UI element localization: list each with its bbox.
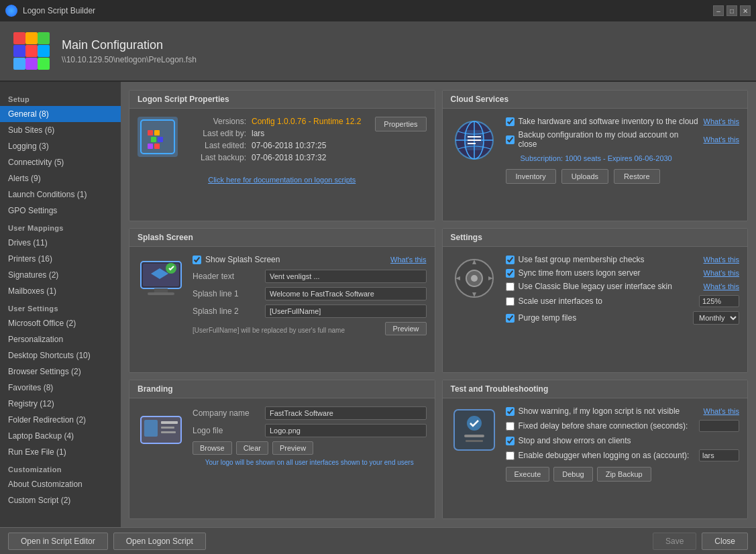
sidebar-item-favorites[interactable]: Favorites (8) [0,380,121,396]
cloud-inventory-whatsthis[interactable]: What's this [704,117,739,125]
show-warning-label: Show warning, if my logon script is not … [519,406,700,416]
app-header: Main Configuration \\10.10.129.50\netlog… [0,21,756,82]
lastedited-value: 07-06-2018 10:37:25 [252,141,326,150]
sidebar-item-gposettings[interactable]: GPO Settings [0,203,121,219]
sync-time-whatsthis[interactable]: What's this [704,269,739,277]
splash-preview-button[interactable]: Preview [385,322,426,335]
show-warning-checkbox[interactable] [506,407,515,416]
svg-rect-24 [161,427,174,429]
svg-rect-29 [466,440,483,442]
execute-button[interactable]: Execute [506,467,550,482]
cloud-backup-whatsthis[interactable]: What's this [704,135,739,144]
show-warning-whatsthis[interactable]: What's this [704,407,739,415]
doc-link[interactable]: Click here for documentation on logon sc… [129,173,435,186]
sidebar-item-subsites[interactable]: Sub Sites (6) [0,122,121,138]
sidebar-item-connectivity[interactable]: Connectivity (5) [0,154,121,170]
sidebar-item-laptopbackup[interactable]: Laptop Backup (4) [0,428,121,444]
classic-blue-whatsthis[interactable]: What's this [704,282,739,290]
open-logon-script-button[interactable]: Open Logon Script [113,533,206,550]
restore-button[interactable]: Restore [614,169,660,184]
sidebar-item-alerts[interactable]: Alerts (9) [0,170,121,186]
uploads-button[interactable]: Uploads [561,169,608,184]
sidebar-item-general[interactable]: General (8) [0,106,121,122]
logo-file-input[interactable] [265,424,427,437]
save-button[interactable]: Save [653,533,696,550]
properties-button[interactable]: Properties [375,117,426,131]
sync-time-checkbox[interactable] [506,269,515,278]
customization-section: Customization [0,460,121,476]
scale-checkbox[interactable] [506,297,515,306]
sidebar-item-printers[interactable]: Printers (16) [0,251,121,267]
branding-preview-button[interactable]: Preview [272,441,313,455]
cloud-services-icon [451,117,498,164]
fixed-delay-label: Fixed delay before share connection (sec… [519,421,696,431]
lastbackup-value: 07-06-2018 10:37:32 [252,153,326,162]
sidebar-item-aboutcustom[interactable]: About Customization [0,476,121,492]
footer: Open in Script Editor Open Logon Script … [0,527,756,554]
versions-value[interactable]: Config 1.0.0.76 - Runtime 12.2 [252,117,361,126]
sidebar-item-drives[interactable]: Drives (11) [0,235,121,251]
header-path: \\10.10.129.50\netlogon\PreLogon.fsh [62,55,745,64]
sidebar-item-registry[interactable]: Registry (12) [0,396,121,412]
close-footer-button[interactable]: Close [702,533,748,550]
sidebar-item-runexefile[interactable]: Run Exe File (1) [0,444,121,460]
header-text-label: Header text [193,272,260,281]
sidebar-item-logging[interactable]: Logging (3) [0,138,121,154]
cloud-inventory-checkbox[interactable] [506,117,515,126]
company-name-input[interactable] [265,406,427,420]
maximize-button[interactable]: □ [726,5,737,16]
splash-screen-icon [138,255,184,302]
svg-rect-5 [158,137,163,142]
cloud-backup-checkbox[interactable] [506,135,515,144]
fixed-delay-checkbox[interactable] [506,422,515,431]
sidebar-item-personalization[interactable]: Personalization [0,331,121,347]
app-title: Logon Script Builder [23,6,95,15]
inventory-button[interactable]: Inventory [506,169,556,184]
purge-select[interactable]: Daily Weekly Monthly Never [693,311,739,325]
svg-rect-22 [144,420,158,437]
test-troubleshooting-title: Test and Troubleshooting [443,380,748,398]
debug-account-input[interactable] [699,449,739,461]
test-troubleshooting-panel: Test and Troubleshooting Show warning, i… [442,380,749,519]
scale-input[interactable] [699,295,739,307]
sidebar-item-mailboxes[interactable]: Mailboxes (1) [0,283,121,299]
show-splash-checkbox[interactable] [193,256,201,264]
splash-line1-input[interactable] [265,287,427,300]
usersettings-section: User Settings [0,299,121,315]
sidebar-item-customscript[interactable]: Custom Script (2) [0,492,121,508]
settings-panel: Settings Use fast [442,228,749,373]
cloud-services-panel: Cloud Services [442,90,749,221]
sidebar-item-folderredirection[interactable]: Folder Redirection (2) [0,412,121,428]
minimize-button[interactable]: – [713,5,724,16]
debugger-checkbox[interactable] [506,451,515,460]
sidebar-item-signatures[interactable]: Signatures (2) [0,267,121,283]
debugger-label: Enable debugger when logging on as (acco… [519,451,696,460]
splash-whatsthis[interactable]: What's this [390,256,426,264]
show-splash-label: Show Splash Screen [205,255,280,264]
app-icon [5,5,17,17]
splash-screen-title: Splash Screen [129,229,435,247]
fast-group-checkbox[interactable] [506,256,515,264]
stop-errors-checkbox[interactable] [506,437,515,445]
test-icon [451,406,498,453]
fast-group-label: Use fast group membership checks [519,255,700,264]
classic-blue-checkbox[interactable] [506,282,515,291]
fast-group-whatsthis[interactable]: What's this [704,256,739,264]
debug-button[interactable]: Debug [553,467,592,482]
splash-line2-input[interactable] [265,304,427,318]
zip-backup-button[interactable]: Zip Backup [597,467,651,482]
sidebar-item-desktopshortcuts[interactable]: Desktop Shortcuts (10) [0,347,121,364]
header-text-input[interactable] [265,270,427,283]
open-script-editor-button[interactable]: Open in Script Editor [8,533,108,550]
delay-input[interactable] [699,420,739,432]
sidebar-item-launchconditions[interactable]: Launch Conditions (1) [0,186,121,203]
browse-button[interactable]: Browse [193,441,232,455]
sidebar-item-browsersettings[interactable]: Browser Settings (2) [0,364,121,380]
clear-button[interactable]: Clear [236,441,268,455]
title-bar: Logon Script Builder – □ ✕ [0,0,756,21]
sidebar-item-msoffice[interactable]: Microsoft Office (2) [0,315,121,331]
svg-rect-15 [154,288,168,292]
close-button[interactable]: ✕ [740,5,751,16]
purge-checkbox[interactable] [506,314,515,323]
lastedited-label: Last edited: [186,141,246,150]
